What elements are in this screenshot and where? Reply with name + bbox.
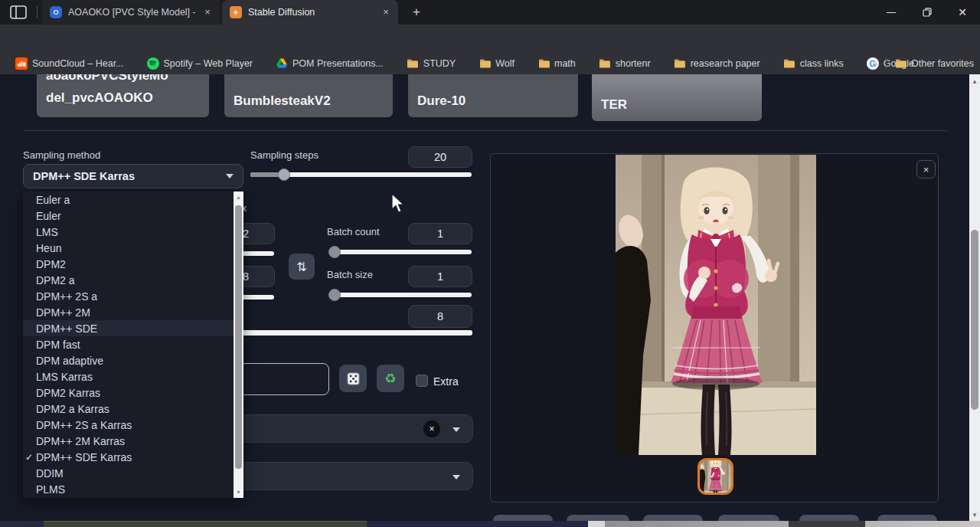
batch-size-slider[interactable] — [329, 293, 472, 297]
bookmark-class-links[interactable]: class links — [783, 57, 844, 70]
sampler-option[interactable]: DPM adaptive — [23, 352, 243, 368]
close-window-button[interactable]: ✕ — [945, 0, 980, 25]
sampler-option[interactable]: Heun — [23, 240, 243, 256]
spotify-icon — [147, 57, 159, 70]
bookmark-reasearch-paper[interactable]: reasearch paper — [674, 57, 760, 70]
drive-icon — [276, 57, 288, 70]
model-card-dure10[interactable]: Dure-10 — [408, 74, 578, 117]
folder-icon — [537, 57, 550, 70]
sampler-option[interactable]: DPM fast — [23, 336, 243, 352]
new-tab-button[interactable]: + — [407, 3, 426, 21]
sampler-option[interactable]: DPM2 — [23, 256, 243, 272]
gradio-icon: ✦ — [230, 6, 242, 18]
random-seed-button[interactable] — [339, 365, 367, 392]
scroll-up-icon: ▲ — [234, 195, 243, 200]
soundcloud-icon — [15, 57, 28, 70]
batch-count-input[interactable]: 1 — [408, 223, 472, 244]
sampler-option[interactable]: Euler a — [23, 191, 243, 208]
slider-handle[interactable] — [328, 289, 341, 301]
close-icon[interactable]: × — [380, 6, 392, 18]
result-gallery-panel: × — [490, 153, 939, 502]
folder-icon — [674, 57, 686, 70]
clear-icon[interactable]: × — [423, 421, 440, 437]
mouse-cursor — [391, 193, 405, 218]
folder-icon — [407, 57, 419, 70]
close-gallery-icon[interactable]: × — [916, 160, 936, 178]
background-window-strip — [0, 521, 980, 527]
bookmark-study[interactable]: STUDY — [407, 57, 456, 70]
sampler-option[interactable]: Euler — [23, 208, 243, 224]
sampling-method-dropdown-list: Euler a Euler LMS Heun DPM2 DPM2 a DPM++… — [23, 191, 243, 498]
workspaces-icon[interactable] — [9, 5, 28, 20]
sampler-option-selected[interactable]: ✓DPM++ SDE Karras — [23, 449, 243, 465]
reuse-seed-button[interactable]: ♻ — [377, 365, 404, 392]
folder-icon — [599, 57, 611, 70]
sampler-option[interactable]: DPM2 Karras — [23, 385, 243, 401]
sampler-option[interactable]: DDIM — [23, 465, 243, 481]
sampler-option[interactable]: DPM++ 2S a — [23, 288, 243, 304]
bookmark-spotify[interactable]: Spotify – Web Player — [147, 57, 253, 70]
sampler-option[interactable]: DPM++ 2M Karras — [23, 433, 243, 449]
tab-title: AOAOKO [PVC Style Model] - PV — [68, 7, 195, 18]
chevron-down-icon — [452, 475, 460, 480]
tab-stable-diffusion[interactable]: ✦ Stable Diffusion × — [222, 0, 398, 25]
sampler-option[interactable]: DPM++ SDE — [23, 320, 243, 336]
scrollbar-thumb[interactable] — [971, 230, 978, 410]
extra-label: Extra — [433, 375, 459, 388]
sampling-steps-slider[interactable] — [250, 172, 472, 177]
batch-count-label: Batch count — [327, 226, 380, 237]
chevron-down-icon — [226, 174, 234, 178]
dropdown-scrollbar[interactable]: ▲ ▼ — [234, 191, 243, 498]
batch-count-slider[interactable] — [329, 250, 472, 254]
sampler-option[interactable]: LMS — [23, 224, 243, 240]
sampler-option[interactable]: DPM2 a Karras — [23, 401, 243, 417]
browser-toolbar: ← i 127.0.0.1:7860 A)) ☆+ O » IA AD Y — [0, 25, 980, 52]
stable-diffusion-page: aoaokoPVCStyleModel_pvcAOAOKO Bumblestea… — [0, 74, 980, 527]
browser-window: O AOAOKO [PVC Style Model] - PV × ✦ Stab… — [0, 0, 980, 527]
batch-size-label: Batch size — [327, 269, 373, 280]
scroll-down-icon: ▼ — [969, 512, 980, 519]
divider — [37, 6, 38, 18]
restore-button[interactable] — [910, 0, 945, 25]
bookmark-wolf[interactable]: Wolf — [479, 57, 514, 70]
model-card-bumblesteak[interactable]: BumblesteakV2 — [224, 74, 393, 117]
page-scrollbar[interactable]: ▲ ▼ — [969, 74, 980, 522]
tab-strip: O AOAOKO [PVC Style Model] - PV × ✦ Stab… — [0, 0, 980, 25]
bookmark-math[interactable]: math — [537, 57, 576, 70]
slider-handle[interactable] — [278, 169, 290, 181]
check-icon: ✓ — [25, 452, 36, 463]
folder-icon — [479, 57, 491, 70]
sampler-option[interactable]: DPM++ 2S a Karras — [23, 417, 243, 433]
sampler-option[interactable]: PLMS — [23, 481, 243, 497]
bookmarks-bar: SoundCloud – Hear... Spotify – Web Playe… — [0, 52, 980, 74]
divider — [886, 57, 887, 69]
other-favorites[interactable]: Other favorites — [894, 57, 974, 70]
minimize-button[interactable]: — — [874, 0, 909, 25]
batch-size-input[interactable]: 1 — [408, 266, 472, 287]
scroll-up-icon: ▲ — [969, 78, 980, 85]
sampler-option[interactable]: DPM++ 2M — [23, 304, 243, 320]
generated-image[interactable] — [616, 155, 816, 455]
bookmarks-overflow-icon[interactable]: › — [874, 57, 878, 70]
civitai-icon: O — [50, 6, 62, 18]
sampling-method-select[interactable]: DPM++ SDE Karras — [23, 164, 243, 188]
scrollbar-thumb[interactable] — [235, 205, 242, 469]
slider-handle[interactable] — [328, 246, 341, 258]
bookmark-soundcloud[interactable]: SoundCloud – Hear... — [15, 57, 124, 70]
swap-dimensions-button[interactable]: ⇅ — [289, 254, 315, 280]
gallery-thumbnail-selected[interactable] — [697, 458, 733, 495]
bookmark-pom[interactable]: POM Presentations... — [276, 57, 384, 70]
sampling-method-label: Sampling method — [23, 149, 100, 161]
divider — [23, 130, 947, 131]
cfg-scale-input[interactable]: 8 — [408, 305, 472, 328]
model-card-ter[interactable]: TER — [592, 74, 762, 121]
sampler-option[interactable]: LMS Karras — [23, 368, 243, 385]
close-icon[interactable]: × — [201, 6, 214, 18]
bookmark-shortenr[interactable]: shortenr — [599, 57, 651, 70]
sampler-option[interactable]: DPM2 a — [23, 272, 243, 288]
tab-civitai[interactable]: O AOAOKO [PVC Style Model] - PV × — [42, 0, 220, 25]
sampling-steps-input[interactable]: 20 — [408, 146, 472, 168]
model-card-aoaoko[interactable]: aoaokoPVCStyleModel_pvcAOAOKO — [37, 74, 209, 117]
extra-checkbox[interactable] — [416, 375, 428, 387]
tab-title: Stable Diffusion — [248, 7, 374, 18]
